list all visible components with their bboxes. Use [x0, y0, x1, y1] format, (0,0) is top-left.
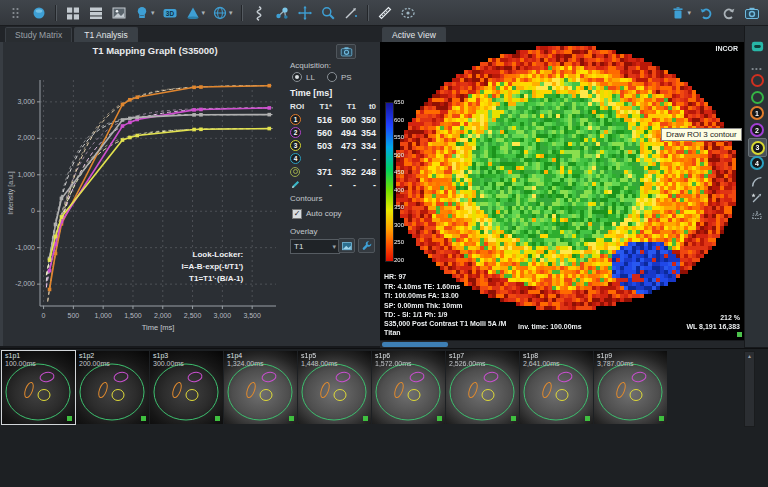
panel-splitter[interactable]	[0, 42, 3, 346]
active-view-tool-icon[interactable]	[749, 38, 765, 54]
svg-text:-1,000: -1,000	[15, 244, 35, 251]
mask-tool-icon[interactable]	[398, 3, 418, 23]
undo-icon[interactable]	[696, 3, 716, 23]
thumbnail-s1p6[interactable]: s1p61,572.00ms	[372, 351, 445, 424]
svg-text:1,500: 1,500	[124, 312, 142, 319]
radio-ps-label: PS	[341, 73, 352, 82]
roi-table-row-4[interactable]: 4---	[290, 152, 378, 165]
thumbnail-s1p8[interactable]: s1p82,641.00ms	[520, 351, 593, 424]
image-layout-icon[interactable]	[109, 3, 129, 23]
colorbar-tick: 450	[394, 169, 404, 175]
svg-text:500: 500	[68, 312, 80, 319]
rows-layout-icon[interactable]	[86, 3, 106, 23]
spine-tool-icon[interactable]	[249, 3, 269, 23]
info-line: TD: - Sl: 1/1 Ph: 1/9	[384, 310, 463, 320]
thumbnail-s1p9[interactable]: s1p93,787.00ms	[594, 351, 667, 424]
molecule-tool-icon[interactable]	[272, 3, 292, 23]
thumbnail-s1p7[interactable]: s1p72,526.00ms	[446, 351, 519, 424]
snapshot-button[interactable]	[336, 44, 356, 59]
colorbar-tick: 400	[394, 187, 404, 193]
thumbnail-s1p4[interactable]: s1p41,324.00ms	[224, 351, 297, 424]
thumbnail-scrollbar[interactable]: ▲	[744, 351, 755, 427]
thumbnail-indicator	[363, 416, 368, 421]
point-marker-tool-icon[interactable]	[749, 190, 765, 206]
tab-bar: Study Matrix T1 Analysis Active View	[0, 26, 768, 43]
crown-tool-icon[interactable]	[749, 207, 765, 223]
thumbnail-time: 2,526.00ms	[449, 360, 486, 367]
thumbnail-indicator	[141, 416, 146, 421]
thumbnail-strip: s1p1100.00mss1p2200.00mss1p3300.00mss1p4…	[0, 348, 768, 487]
hscrollbar-thumb[interactable]	[382, 342, 448, 347]
overlay-settings-button[interactable]	[358, 238, 375, 253]
tab-active-view[interactable]: Active View	[382, 27, 446, 42]
roi-table-row-6[interactable]: ---	[290, 178, 378, 191]
toolbar-separator	[55, 5, 57, 21]
pan-tool-icon[interactable]	[295, 3, 315, 23]
thumbnail-s1p1[interactable]: s1p1100.00ms	[2, 351, 75, 424]
matrix-layout-icon[interactable]	[63, 3, 83, 23]
toolbar-grip[interactable]	[6, 3, 26, 23]
thumbnail-time: 200.00ms	[79, 360, 110, 367]
roi-3-icon: 3	[290, 140, 306, 151]
arc-tool-icon[interactable]	[749, 174, 765, 190]
thumbnail-time: 1,324.00ms	[227, 360, 264, 367]
zoom-tool-icon[interactable]	[318, 3, 338, 23]
draw-red-contour-icon[interactable]	[749, 72, 765, 88]
overlay-select[interactable]: T1 ▾	[290, 239, 340, 254]
draw-roi-2-contour-icon[interactable]: 2	[749, 122, 765, 138]
zoom-percent-label: 212 %	[720, 314, 740, 321]
cone-tool-icon[interactable]: ▾	[183, 3, 208, 23]
pointer-tool-icon[interactable]	[341, 3, 361, 23]
scanner-label: Titan	[384, 329, 401, 336]
thumbnail-s1p5[interactable]: s1p51,448.00ms	[298, 351, 371, 424]
t1-analysis-application: ▾3D▾▾ ▾ Study Matrix T1 Analysis Active …	[0, 0, 768, 487]
redo-icon[interactable]	[719, 3, 739, 23]
svg-text:3,500: 3,500	[243, 312, 261, 319]
snapshot-icon[interactable]	[742, 3, 762, 23]
head-view-icon[interactable]: ▾	[132, 3, 157, 23]
thumbnail-s1p2[interactable]: s1p2200.00ms	[76, 351, 149, 424]
svg-text:I=A-B·exp(-t/T1'): I=A-B·exp(-t/T1')	[182, 262, 244, 271]
chevron-down-icon: ▾	[151, 9, 155, 17]
thumbnail-indicator	[659, 416, 664, 421]
thumbnail-indicator	[289, 416, 294, 421]
thumbnail-time: 300.00ms	[153, 360, 184, 367]
roi-table-row-2[interactable]: 2560494354	[290, 126, 378, 139]
active-view-hscrollbar[interactable]	[380, 340, 744, 348]
overlay-palette-button[interactable]	[338, 238, 355, 253]
globe-tool-icon[interactable]: ▾	[210, 3, 235, 23]
radio-ll[interactable]	[292, 72, 302, 82]
draw-roi-1-contour-icon[interactable]: 1	[749, 105, 765, 121]
colorbar-tick: 650	[394, 99, 404, 105]
tooltip: Draw ROI 3 contour	[661, 128, 742, 141]
3d-mode-icon[interactable]: 3D	[160, 3, 180, 23]
roi-table-row-3[interactable]: 3503473334	[290, 139, 378, 152]
tab-study-matrix[interactable]: Study Matrix	[5, 27, 72, 42]
tab-t1-analysis[interactable]: T1 Analysis	[74, 27, 137, 42]
draw-green-contour-icon[interactable]	[749, 89, 765, 105]
3d-sphere-icon[interactable]	[29, 3, 49, 23]
radio-ps[interactable]	[327, 72, 337, 82]
t1-mapping-chart: -2,000-1,00001,0002,0003,00005001,0001,5…	[4, 56, 286, 344]
thumbnail-id: s1p5	[301, 352, 316, 359]
svg-text:1,000: 1,000	[94, 312, 112, 319]
auto-copy-checkbox[interactable]: ✓	[292, 209, 302, 219]
roi-tool-rail: •••1234	[744, 26, 768, 347]
scroll-up-icon[interactable]: ▲	[745, 352, 754, 360]
colorbar-tick: 600	[394, 117, 404, 123]
thumbnail-id: s1p8	[523, 352, 538, 359]
roi-table-row-1[interactable]: 1516500350	[290, 113, 378, 126]
delete-icon[interactable]: ▾	[668, 3, 693, 23]
thumbnail-indicator	[511, 416, 516, 421]
active-view-panel: INCOR 650600550500450400350300250200 HR:…	[380, 42, 744, 340]
info-line: TI: 100.00ms FA: 13.00	[384, 291, 463, 301]
roi-table-row-5[interactable]: 371352248	[290, 165, 378, 178]
thumbnail-s1p3[interactable]: s1p3300.00ms	[150, 351, 223, 424]
ruler-tool-icon[interactable]	[375, 3, 395, 23]
draw-roi-4-contour-icon[interactable]: 4	[749, 155, 765, 171]
colorbar-tick: 300	[394, 222, 404, 228]
thumbnail-id: s1p4	[227, 352, 242, 359]
roi-6-icon	[290, 179, 306, 190]
thumbnail-time: 1,448.00ms	[301, 360, 338, 367]
chevron-down-icon: ▾	[202, 9, 206, 17]
